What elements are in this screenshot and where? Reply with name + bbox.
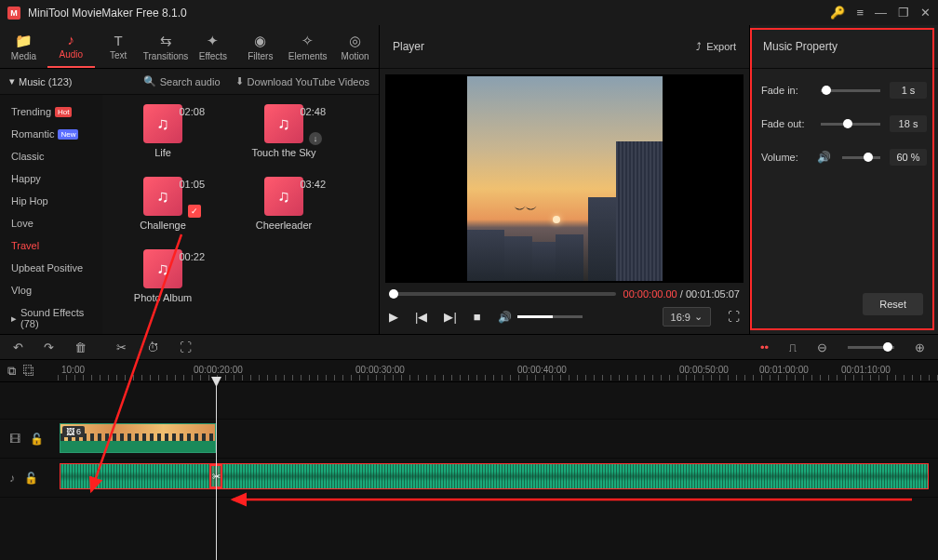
next-frame-button[interactable]: ▶| bbox=[444, 310, 456, 324]
aspect-ratio-select[interactable]: 16:9⌄ bbox=[663, 307, 711, 327]
app-title: MiniTool MovieMaker Free 8.1.0 bbox=[28, 7, 187, 20]
sidebar-item-happy[interactable]: Happy bbox=[0, 167, 102, 190]
audio-card-photoalbum[interactable]: ♫00:22 Photo Album bbox=[112, 249, 214, 303]
tab-elements[interactable]: ✧Elements bbox=[284, 25, 331, 68]
filters-icon: ◉ bbox=[254, 33, 266, 49]
audio-lane[interactable]: ♪🔓 ✂ bbox=[0, 459, 938, 498]
sidebar-item-vlog[interactable]: Vlog bbox=[0, 279, 102, 301]
layer-add-icon[interactable]: ⧉ bbox=[7, 364, 16, 379]
playhead-line[interactable] bbox=[216, 382, 217, 560]
fadeout-value[interactable]: 18 s bbox=[890, 115, 927, 132]
preview-canvas[interactable]: ︶︶ bbox=[385, 74, 744, 283]
split-button[interactable]: ✂ bbox=[116, 340, 127, 354]
redo-button[interactable]: ↷ bbox=[44, 340, 54, 354]
marker-b-icon[interactable]: ⎍ bbox=[789, 340, 797, 354]
play-button[interactable]: ▶ bbox=[389, 310, 398, 324]
sidebar-item-hiphop[interactable]: Hip Hop bbox=[0, 190, 102, 212]
sidebar-item-romantic[interactable]: RomanticNew bbox=[0, 123, 102, 145]
building-shape bbox=[532, 242, 556, 281]
download-youtube[interactable]: ⬇Download YouTube Videos bbox=[235, 75, 370, 87]
sidebar-item-trending[interactable]: TrendingHot bbox=[0, 100, 102, 123]
audio-lane-head: ♪🔓 bbox=[0, 459, 58, 497]
video-lane[interactable]: 🎞🔓 🖼 6 bbox=[0, 420, 938, 459]
slider-head[interactable] bbox=[864, 153, 873, 162]
titlebar: M MiniTool MovieMaker Free 8.1.0 🔑 ≡ — ❐… bbox=[0, 0, 938, 25]
preview-frame: ︶︶ bbox=[467, 76, 663, 281]
titlebar-left: M MiniTool MovieMaker Free 8.1.0 bbox=[7, 7, 187, 20]
sidebar-item-classic[interactable]: Classic bbox=[0, 145, 102, 167]
lock-icon[interactable]: 🔓 bbox=[30, 433, 44, 446]
audio-card-touchthesky[interactable]: ♫02:48↓ Touch the Sky bbox=[233, 104, 335, 158]
stop-button[interactable]: ■ bbox=[474, 310, 481, 324]
tab-filters[interactable]: ◉Filters bbox=[236, 25, 284, 68]
fadeout-slider[interactable] bbox=[821, 123, 880, 126]
building-shape bbox=[556, 234, 583, 281]
marker-a-icon[interactable]: •• bbox=[760, 340, 769, 354]
seek-bar[interactable] bbox=[389, 292, 616, 296]
prev-frame-button[interactable]: |◀ bbox=[415, 310, 427, 324]
slider-head[interactable] bbox=[843, 119, 852, 128]
timecode: 00:00:00.00 / 00:01:05:07 bbox=[623, 288, 740, 300]
speed-button[interactable]: ⏱ bbox=[147, 340, 159, 354]
tab-audio[interactable]: ♪Audio bbox=[47, 25, 95, 68]
slider-head[interactable] bbox=[822, 86, 831, 95]
fadein-slider[interactable] bbox=[821, 89, 880, 92]
audio-card-life[interactable]: ♫02:08 Life bbox=[112, 104, 214, 158]
undo-button[interactable]: ↶ bbox=[13, 340, 23, 354]
chevron-down-icon: ⌄ bbox=[694, 311, 703, 323]
duration: 03:42 bbox=[300, 179, 326, 190]
video-clip[interactable]: 🖼 6 bbox=[60, 423, 216, 453]
tab-motion[interactable]: ◎Motion bbox=[331, 25, 379, 68]
fullscreen-button[interactable]: ⛶ bbox=[728, 310, 740, 324]
sidebar-item-soundeffects[interactable]: ▸ Sound Effects (78) bbox=[0, 301, 102, 334]
app-logo: M bbox=[7, 7, 20, 20]
category-dropdown[interactable]: ▾ Music (123) bbox=[9, 75, 72, 87]
timeline-ruler[interactable]: ⧉ ⿻ 10:00 00:00:20:00 00:00:30:00 00:00:… bbox=[0, 360, 938, 382]
maximize-icon[interactable]: ❐ bbox=[898, 6, 909, 20]
fadein-value[interactable]: 1 s bbox=[890, 82, 927, 99]
license-key-icon[interactable]: 🔑 bbox=[830, 6, 845, 20]
layer-dup-icon[interactable]: ⿻ bbox=[23, 364, 35, 378]
sidebar-item-upbeat[interactable]: Upbeat Positive bbox=[0, 257, 102, 279]
seek-head[interactable] bbox=[389, 289, 398, 299]
lock-icon[interactable]: 🔓 bbox=[24, 472, 38, 485]
delete-button[interactable]: 🗑 bbox=[74, 340, 87, 354]
volume-control[interactable]: 🔊 bbox=[498, 311, 583, 324]
menu-icon[interactable]: ≡ bbox=[856, 6, 864, 20]
ruler-body[interactable]: 10:00 00:00:20:00 00:00:30:00 00:00:40:0… bbox=[58, 360, 938, 381]
music-thumb-icon: ♫ bbox=[143, 177, 182, 216]
tab-media[interactable]: 📁Media bbox=[0, 25, 47, 68]
audio-card-challenge[interactable]: ♫01:05✓ Challenge bbox=[112, 177, 214, 231]
music-thumb-icon: ♫ bbox=[143, 104, 182, 143]
search-audio[interactable]: 🔍Search audio bbox=[143, 75, 221, 87]
export-button[interactable]: ⤴Export bbox=[696, 41, 736, 52]
sidebar-item-love[interactable]: Love bbox=[0, 212, 102, 234]
video-lane-head: 🎞🔓 bbox=[0, 420, 58, 458]
preview-title: Player bbox=[393, 40, 424, 53]
download-dot-icon[interactable]: ↓ bbox=[309, 132, 322, 145]
duration: 00:22 bbox=[179, 251, 205, 262]
crop-button[interactable]: ⛶ bbox=[180, 340, 192, 354]
folder-icon: 📁 bbox=[15, 33, 33, 49]
main-top: 📁Media ♪Audio TText ⇆Transitions ✦Effect… bbox=[0, 25, 938, 334]
volume-value[interactable]: 60 % bbox=[890, 149, 927, 166]
lane-spacer bbox=[0, 382, 938, 420]
audio-card-cheerleader[interactable]: ♫03:42 Cheerleader bbox=[233, 177, 335, 231]
reset-button[interactable]: Reset bbox=[863, 293, 923, 315]
zoom-slider[interactable] bbox=[848, 346, 894, 349]
zoom-out-button[interactable]: ⊖ bbox=[817, 340, 827, 354]
audio-clip[interactable]: ✂ bbox=[60, 463, 929, 489]
tab-effects[interactable]: ✦Effects bbox=[190, 25, 237, 68]
minimize-icon[interactable]: — bbox=[875, 6, 887, 20]
volume-prop-slider[interactable] bbox=[842, 156, 880, 159]
sidebar-item-travel[interactable]: Travel bbox=[0, 234, 102, 257]
tab-transitions[interactable]: ⇆Transitions bbox=[142, 25, 190, 68]
zoom-in-button[interactable]: ⊕ bbox=[915, 340, 925, 354]
building-shape bbox=[588, 197, 616, 281]
speaker-icon: 🔊 bbox=[817, 151, 831, 164]
music-property-panel: Music Property Fade in: 1 s Fade out: 18… bbox=[750, 25, 938, 334]
ruler-tick: 00:00:50:00 bbox=[679, 365, 729, 375]
tab-text[interactable]: TText bbox=[95, 25, 142, 68]
volume-slider[interactable] bbox=[517, 315, 583, 318]
close-icon[interactable]: ✕ bbox=[920, 6, 931, 20]
